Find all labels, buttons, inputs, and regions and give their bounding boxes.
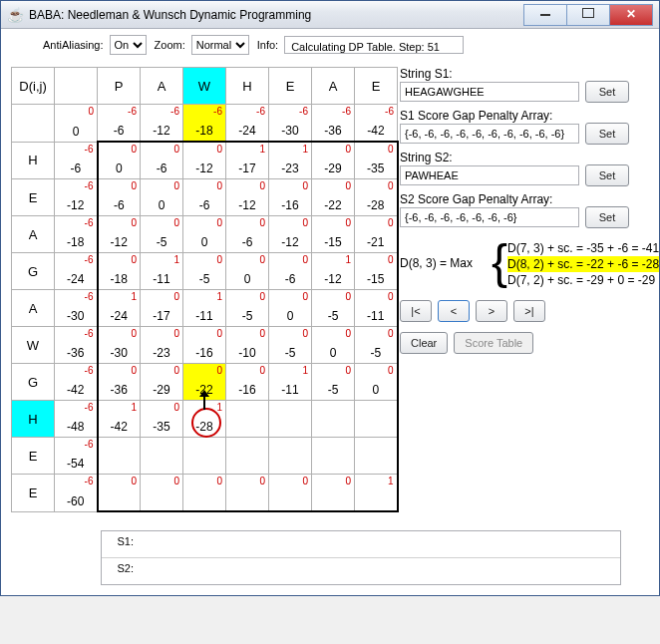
dp-cell[interactable] xyxy=(355,438,398,475)
dp-cell[interactable]: 0-12 xyxy=(183,142,226,179)
dp-cell[interactable]: 0-23 xyxy=(141,327,183,364)
dp-cell[interactable]: 0-6 xyxy=(226,216,269,253)
dp-cell[interactable] xyxy=(312,401,355,438)
dp-cell[interactable]: 0-6 xyxy=(98,179,141,216)
dp-cell[interactable]: 00 xyxy=(98,142,141,179)
antialias-select[interactable]: On xyxy=(110,35,147,55)
score-table-button[interactable]: Score Table xyxy=(454,332,533,354)
dp-cell[interactable]: 0 xyxy=(312,475,355,512)
dp-cell[interactable]: 0 xyxy=(141,475,183,512)
dp-cell[interactable]: -6-54 xyxy=(55,438,98,475)
dp-cell[interactable]: 0 xyxy=(183,475,226,512)
dp-cell[interactable]: 0-16 xyxy=(183,327,226,364)
dp-cell[interactable]: 0-5 xyxy=(183,253,226,290)
s1-input[interactable] xyxy=(400,82,579,102)
dp-cell[interactable] xyxy=(312,438,355,475)
s2gap-set-button[interactable]: Set xyxy=(585,206,629,228)
dp-cell[interactable]: 0-28 xyxy=(355,179,398,216)
dp-cell[interactable]: -6-60 xyxy=(55,475,98,512)
s2-set-button[interactable]: Set xyxy=(585,164,629,186)
dp-cell[interactable]: 0-29 xyxy=(312,142,355,179)
zoom-select[interactable]: Normal xyxy=(191,35,249,55)
dp-cell[interactable]: 0-16 xyxy=(269,179,312,216)
dp-cell[interactable]: 0-5 xyxy=(141,216,183,253)
dp-cell[interactable]: 1 xyxy=(355,475,398,512)
dp-cell[interactable]: -6-18 xyxy=(183,105,226,143)
dp-cell[interactable]: 00 xyxy=(312,327,355,364)
dp-cell[interactable]: 0-18 xyxy=(98,253,141,290)
dp-cell[interactable]: -6-48 xyxy=(55,401,98,438)
dp-cell[interactable]: -6-36 xyxy=(55,327,98,364)
dp-cell[interactable]: 0-16 xyxy=(226,364,269,401)
dp-cell[interactable]: 00 xyxy=(269,290,312,327)
dp-cell[interactable] xyxy=(269,401,312,438)
dp-cell[interactable]: -6-18 xyxy=(55,216,98,253)
s1-set-button[interactable]: Set xyxy=(585,81,629,103)
dp-cell[interactable]: 0-6 xyxy=(183,179,226,216)
dp-cell[interactable]: -6-36 xyxy=(312,105,355,143)
dp-cell[interactable]: 00 xyxy=(226,253,269,290)
dp-cell[interactable]: 1-11 xyxy=(141,253,183,290)
dp-cell[interactable]: 0-35 xyxy=(355,142,398,179)
s1gap-input[interactable] xyxy=(400,124,579,144)
close-button[interactable] xyxy=(609,4,653,26)
dp-cell[interactable]: 0-5 xyxy=(312,290,355,327)
dp-cell[interactable]: 0-6 xyxy=(141,142,183,179)
nav-next-button[interactable]: > xyxy=(476,300,507,322)
dp-cell[interactable]: 0-30 xyxy=(98,327,141,364)
dp-cell[interactable]: -6-30 xyxy=(269,105,312,143)
maximize-button[interactable] xyxy=(566,4,610,26)
dp-cell[interactable]: 1-42 xyxy=(98,401,141,438)
dp-cell[interactable]: 1-28 xyxy=(183,401,226,438)
dp-cell[interactable]: -6-6 xyxy=(98,105,141,143)
dp-cell[interactable]: -6-42 xyxy=(55,364,98,401)
dp-cell[interactable]: 0-15 xyxy=(312,216,355,253)
dp-cell[interactable]: 0-5 xyxy=(355,327,398,364)
dp-cell[interactable]: -6-30 xyxy=(55,290,98,327)
dp-cell[interactable]: 0-5 xyxy=(312,364,355,401)
nav-last-button[interactable]: >| xyxy=(513,300,545,322)
dp-cell[interactable]: 0-21 xyxy=(355,216,398,253)
dp-cell[interactable]: 0-6 xyxy=(269,253,312,290)
dp-cell[interactable] xyxy=(355,401,398,438)
dp-cell[interactable]: 00 xyxy=(183,216,226,253)
dp-cell[interactable]: 1-23 xyxy=(269,142,312,179)
dp-cell[interactable]: 00 xyxy=(355,364,398,401)
dp-cell[interactable]: 1-24 xyxy=(98,290,141,327)
dp-cell[interactable]: -6-24 xyxy=(55,253,98,290)
dp-cell[interactable]: -6-12 xyxy=(141,105,183,143)
minimize-button[interactable] xyxy=(523,4,567,26)
dp-cell[interactable]: 0 xyxy=(226,475,269,512)
dp-cell[interactable] xyxy=(98,438,141,475)
dp-cell[interactable]: 0-17 xyxy=(141,290,183,327)
nav-prev-button[interactable]: < xyxy=(438,300,470,322)
dp-cell[interactable]: -6-12 xyxy=(55,179,98,216)
dp-cell[interactable]: 0 xyxy=(98,475,141,512)
s2-input[interactable] xyxy=(400,165,579,185)
dp-cell[interactable] xyxy=(226,438,269,475)
dp-cell[interactable]: 1-12 xyxy=(312,253,355,290)
dp-cell[interactable]: 1-17 xyxy=(226,142,269,179)
dp-cell[interactable]: 0-35 xyxy=(141,401,183,438)
dp-cell[interactable]: 0-5 xyxy=(226,290,269,327)
dp-cell[interactable]: 0-12 xyxy=(269,216,312,253)
dp-cell[interactable]: 0-10 xyxy=(226,327,269,364)
dp-cell[interactable]: 0-36 xyxy=(98,364,141,401)
dp-cell[interactable] xyxy=(226,401,269,438)
dp-cell[interactable]: 0-15 xyxy=(355,253,398,290)
dp-cell[interactable]: 0-11 xyxy=(355,290,398,327)
dp-cell[interactable]: 1-11 xyxy=(183,290,226,327)
dp-cell[interactable] xyxy=(141,438,183,475)
dp-cell[interactable]: 1-11 xyxy=(269,364,312,401)
dp-cell[interactable]: 0-12 xyxy=(98,216,141,253)
dp-cell[interactable]: 0-5 xyxy=(269,327,312,364)
clear-button[interactable]: Clear xyxy=(400,332,448,354)
nav-first-button[interactable]: |< xyxy=(400,300,432,322)
dp-cell[interactable] xyxy=(183,438,226,475)
dp-cell[interactable] xyxy=(269,438,312,475)
dp-cell[interactable]: 0-22 xyxy=(312,179,355,216)
s2gap-input[interactable] xyxy=(400,207,579,227)
s1gap-set-button[interactable]: Set xyxy=(585,123,629,145)
dp-cell[interactable]: 00 xyxy=(141,179,183,216)
dp-cell[interactable]: -6-6 xyxy=(55,142,98,179)
